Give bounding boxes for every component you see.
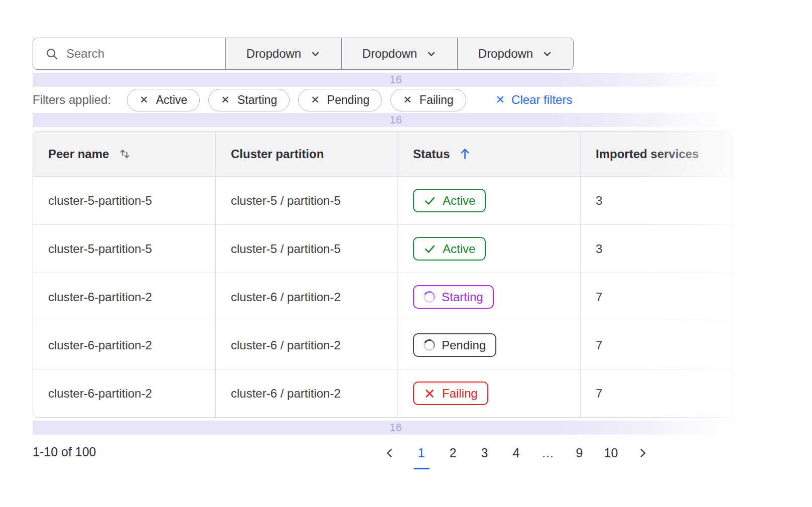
status-badge-label: Starting bbox=[442, 290, 483, 304]
filters-applied-label: Filters applied: bbox=[33, 93, 111, 107]
cluster-partition-cell: cluster-5 / partition-5 bbox=[216, 177, 398, 224]
remove-filter-icon: ✕ bbox=[140, 94, 149, 106]
column-header-label: Imported services bbox=[596, 147, 699, 161]
chevron-right-icon bbox=[637, 447, 648, 459]
table-row[interactable]: cluster-6-partition-2 cluster-6 / partit… bbox=[33, 369, 732, 417]
imported-services-cell: 3 bbox=[581, 177, 732, 224]
filter-chip-label: Active bbox=[156, 93, 188, 107]
filter-chip-pending[interactable]: ✕ Pending bbox=[298, 89, 382, 111]
cluster-partition-cell: cluster-6 / partition-2 bbox=[216, 321, 398, 369]
status-badge-label: Active bbox=[443, 194, 475, 208]
spacing-marker-16: 16 bbox=[33, 421, 759, 435]
status-cell: Active bbox=[398, 177, 581, 224]
status-cell: Pending bbox=[398, 321, 581, 369]
pagination: 1 2 3 4 … 9 10 bbox=[374, 440, 658, 466]
sort-ascending-icon[interactable] bbox=[459, 147, 471, 161]
chevron-left-icon bbox=[384, 447, 395, 459]
pagination-summary: 1-10 of 100 bbox=[33, 445, 96, 459]
next-page-button[interactable] bbox=[627, 440, 658, 466]
status-badge-label: Active bbox=[443, 242, 475, 256]
column-header-peer-name[interactable]: Peer name bbox=[33, 132, 216, 176]
imported-services-cell: 7 bbox=[581, 369, 732, 417]
status-badge-active: Active bbox=[413, 237, 486, 261]
table-row[interactable]: cluster-6-partition-2 cluster-6 / partit… bbox=[33, 273, 732, 321]
clear-filters-label: Clear filters bbox=[511, 93, 572, 107]
column-header-label: Peer name bbox=[48, 147, 109, 161]
chevron-down-icon bbox=[310, 49, 321, 59]
page-ellipsis: … bbox=[532, 440, 564, 466]
page-button-3[interactable]: 3 bbox=[469, 440, 500, 466]
cluster-partition-cell: cluster-6 / partition-2 bbox=[216, 369, 398, 417]
peers-table: Peer name Cluster partition Status Impor… bbox=[33, 131, 733, 418]
column-header-imported-services[interactable]: Imported services bbox=[581, 132, 732, 176]
column-header-status[interactable]: Status bbox=[398, 132, 581, 176]
column-header-label: Status bbox=[413, 147, 450, 161]
cluster-partition-cell: cluster-5 / partition-5 bbox=[216, 225, 398, 273]
check-icon bbox=[424, 242, 436, 255]
peer-name-cell: cluster-6-partition-2 bbox=[33, 273, 216, 321]
status-badge-active: Active bbox=[413, 189, 486, 212]
filter-chip-failing[interactable]: ✕ Failing bbox=[390, 89, 466, 111]
imported-services-cell: 3 bbox=[581, 225, 732, 273]
spinner-icon bbox=[422, 290, 437, 304]
status-badge-starting: Starting bbox=[413, 285, 494, 309]
x-icon bbox=[424, 388, 436, 400]
dropdown-button-2[interactable]: Dropdown bbox=[341, 38, 457, 69]
search-box[interactable] bbox=[33, 38, 226, 69]
filter-chip-starting[interactable]: ✕ Starting bbox=[208, 89, 290, 111]
search-icon bbox=[45, 47, 59, 61]
peer-name-cell: cluster-6-partition-2 bbox=[33, 369, 216, 417]
status-badge-failing: Failing bbox=[413, 382, 488, 405]
spacing-marker-16: 16 bbox=[33, 113, 759, 127]
clear-filters-button[interactable]: ✕ Clear filters bbox=[496, 93, 573, 107]
filter-chip-active[interactable]: ✕ Active bbox=[127, 89, 200, 111]
cluster-partition-cell: cluster-6 / partition-2 bbox=[216, 273, 398, 321]
search-input[interactable] bbox=[66, 47, 217, 61]
dropdown-label: Dropdown bbox=[246, 47, 301, 61]
check-icon bbox=[424, 194, 436, 207]
page-button-10[interactable]: 10 bbox=[595, 440, 627, 466]
table-row[interactable]: cluster-5-partition-5 cluster-5 / partit… bbox=[33, 176, 732, 224]
status-badge-label: Pending bbox=[442, 338, 486, 352]
status-badge-pending: Pending bbox=[413, 333, 496, 357]
filter-chip-label: Pending bbox=[327, 93, 369, 107]
remove-filter-icon: ✕ bbox=[403, 94, 412, 106]
page-button-1[interactable]: 1 bbox=[405, 440, 437, 466]
toolbar: Dropdown Dropdown Dropdown bbox=[33, 38, 574, 70]
spinner-icon bbox=[422, 338, 437, 352]
spacing-marker-label: 16 bbox=[389, 113, 401, 126]
chevron-down-icon bbox=[542, 49, 553, 59]
spacing-marker-label: 16 bbox=[389, 421, 401, 434]
dropdown-button-3[interactable]: Dropdown bbox=[457, 38, 573, 69]
status-cell: Starting bbox=[398, 273, 581, 321]
status-cell: Active bbox=[398, 225, 581, 273]
table-header-row: Peer name Cluster partition Status Impor… bbox=[33, 132, 732, 176]
chevron-down-icon bbox=[426, 49, 437, 59]
spacing-marker-label: 16 bbox=[389, 73, 401, 86]
column-header-label: Cluster partition bbox=[231, 147, 324, 161]
dropdown-label: Dropdown bbox=[362, 47, 417, 61]
remove-filter-icon: ✕ bbox=[311, 94, 320, 106]
filter-chip-label: Starting bbox=[237, 93, 277, 107]
filter-chip-label: Failing bbox=[420, 93, 454, 107]
previous-page-button[interactable] bbox=[374, 440, 405, 466]
sort-both-icon[interactable] bbox=[118, 147, 131, 161]
spacing-marker-16: 16 bbox=[33, 73, 759, 87]
dropdown-label: Dropdown bbox=[478, 47, 533, 61]
table-row[interactable]: cluster-5-partition-5 cluster-5 / partit… bbox=[33, 224, 732, 273]
peer-name-cell: cluster-5-partition-5 bbox=[33, 177, 216, 224]
peer-name-cell: cluster-5-partition-5 bbox=[33, 225, 216, 273]
table-row[interactable]: cluster-6-partition-2 cluster-6 / partit… bbox=[33, 321, 732, 369]
clear-filters-icon: ✕ bbox=[496, 93, 505, 106]
peer-name-cell: cluster-6-partition-2 bbox=[33, 321, 216, 369]
page-button-2[interactable]: 2 bbox=[437, 440, 469, 466]
status-badge-label: Failing bbox=[442, 387, 478, 401]
page-button-4[interactable]: 4 bbox=[500, 440, 532, 466]
column-header-cluster-partition[interactable]: Cluster partition bbox=[216, 132, 398, 176]
status-cell: Failing bbox=[398, 369, 581, 417]
page-button-9[interactable]: 9 bbox=[564, 440, 595, 466]
dropdown-button-1[interactable]: Dropdown bbox=[226, 38, 341, 69]
remove-filter-icon: ✕ bbox=[221, 94, 230, 106]
imported-services-cell: 7 bbox=[581, 273, 732, 321]
imported-services-cell: 7 bbox=[581, 321, 732, 369]
